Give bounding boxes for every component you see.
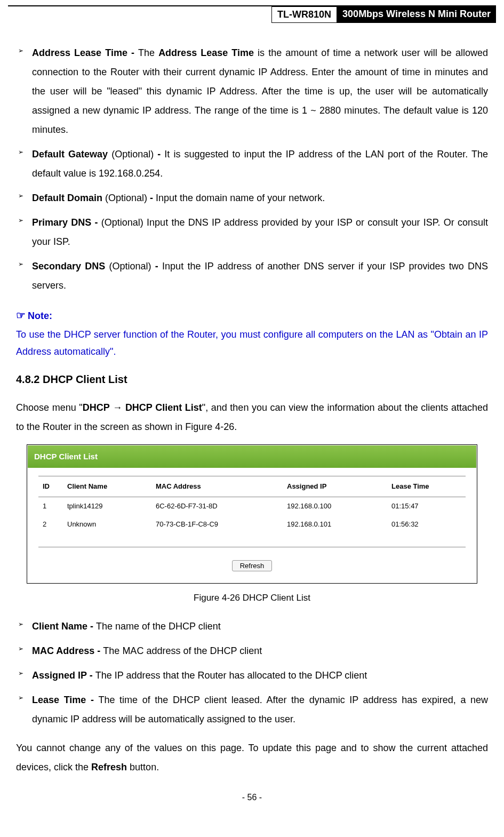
section-intro: Choose menu "DHCP → DHCP Client List", a… <box>16 398 488 436</box>
item-dash: - <box>150 193 156 203</box>
model-label: TL-WR810N <box>271 6 337 23</box>
cell-name: Unknown <box>63 515 151 533</box>
item-label: Client Name - <box>32 621 96 632</box>
intro-bold-2: DHCP Client List <box>125 402 202 413</box>
col-ip: Assigned IP <box>283 476 387 497</box>
cell-ip: 192.168.0.100 <box>283 497 387 515</box>
item-label: Lease Time - <box>32 695 99 705</box>
list-item: MAC Address - The MAC address of the DHC… <box>16 641 488 660</box>
table-header-row: ID Client Name MAC Address Assigned IP L… <box>38 476 466 497</box>
cell-ip: 192.168.0.101 <box>283 515 387 533</box>
item-label: Primary DNS - <box>32 217 101 228</box>
item-optional: (Optional) <box>105 261 155 272</box>
closing-bold: Refresh <box>91 762 127 772</box>
item-label: Assigned IP - <box>32 670 95 681</box>
col-mac: MAC Address <box>151 476 283 497</box>
page-content: Address Lease Time - The Address Lease T… <box>0 23 504 782</box>
cell-id: 2 <box>38 515 63 533</box>
item-desc-bold: Address Lease Time <box>158 47 254 58</box>
intro-arrow: → <box>110 402 125 413</box>
item-dash: - <box>157 149 164 160</box>
intro-bold-1: DHCP <box>83 402 110 413</box>
refresh-row: Refresh <box>38 547 466 575</box>
note-title-text: Note: <box>28 310 52 321</box>
item-desc: The IP address that the Router has alloc… <box>95 670 367 681</box>
closing-paragraph: You cannot change any of the values on t… <box>16 738 488 777</box>
item-label: Default Gateway <box>32 149 108 160</box>
item-optional: (Optional) <box>108 149 157 160</box>
note-body: To use the DHCP server function of the R… <box>16 326 488 361</box>
cell-name: tplink14129 <box>63 497 151 515</box>
figure-caption: Figure 4-26 DHCP Client List <box>27 589 477 607</box>
item-label: Secondary DNS <box>32 261 105 272</box>
dhcp-client-table: ID Client Name MAC Address Assigned IP L… <box>38 476 466 533</box>
table-row: 1 tplink14129 6C-62-6D-F7-31-8D 192.168.… <box>38 497 466 515</box>
refresh-button[interactable]: Refresh <box>232 560 273 571</box>
item-optional: (Optional) <box>102 193 150 203</box>
list-item: Default Gateway (Optional) - It is sugge… <box>16 145 488 183</box>
col-client-name: Client Name <box>63 476 151 497</box>
cell-lease: 01:15:47 <box>387 497 466 515</box>
list-item: Default Domain (Optional) - Input the do… <box>16 188 488 208</box>
cell-lease: 01:56:32 <box>387 515 466 533</box>
item-desc-prefix: The <box>138 47 158 58</box>
list-item: Lease Time - The time of the DHCP client… <box>16 690 488 729</box>
item-label: Default Domain <box>32 193 102 203</box>
list-item: Client Name - The name of the DHCP clien… <box>16 617 488 636</box>
closing-prefix: You cannot change any of the values on t… <box>16 743 488 772</box>
list-item: Secondary DNS (Optional) - Input the IP … <box>16 257 488 295</box>
section-heading: 4.8.2 DHCP Client List <box>16 369 488 390</box>
item-dash: - <box>155 261 162 272</box>
pointing-hand-icon: ☞ <box>16 309 26 321</box>
item-label: Address Lease Time - <box>32 47 138 58</box>
feature-list-top: Address Lease Time - The Address Lease T… <box>16 43 488 295</box>
note-block: ☞Note: To use the DHCP server function o… <box>16 305 488 361</box>
col-lease: Lease Time <box>387 476 466 497</box>
figure-body: ID Client Name MAC Address Assigned IP L… <box>28 468 476 583</box>
item-desc: The time of the DHCP client leased. Afte… <box>32 695 488 724</box>
table-row: 2 Unknown 70-73-CB-1F-C8-C9 192.168.0.10… <box>38 515 466 533</box>
cell-id: 1 <box>38 497 63 515</box>
cell-mac: 6C-62-6D-F7-31-8D <box>151 497 283 515</box>
item-desc: The MAC address of the DHCP client <box>103 645 262 656</box>
feature-list-bottom: Client Name - The name of the DHCP clien… <box>16 617 488 729</box>
figure-panel-title: DHCP Client List <box>28 445 476 468</box>
figure-container: DHCP Client List ID Client Name MAC Addr… <box>27 444 477 607</box>
figure-box: DHCP Client List ID Client Name MAC Addr… <box>27 444 477 584</box>
page-header: TL-WR810N 300Mbps Wireless N Mini Router <box>8 5 496 23</box>
list-item: Assigned IP - The IP address that the Ro… <box>16 666 488 685</box>
page-number: - 56 - <box>0 782 504 810</box>
intro-prefix: Choose menu " <box>16 402 83 413</box>
item-desc: Input the domain name of your network. <box>156 193 325 203</box>
list-item: Address Lease Time - The Address Lease T… <box>16 43 488 139</box>
product-title: 300Mbps Wireless N Mini Router <box>337 6 496 23</box>
cell-mac: 70-73-CB-1F-C8-C9 <box>151 515 283 533</box>
item-desc: The name of the DHCP client <box>96 621 221 632</box>
list-item: Primary DNS - (Optional) Input the DNS I… <box>16 213 488 251</box>
item-label: MAC Address - <box>32 645 103 656</box>
item-desc-suffix: is the amount of time a network user wil… <box>32 47 488 135</box>
closing-suffix: button. <box>127 762 159 772</box>
col-id: ID <box>38 476 63 497</box>
